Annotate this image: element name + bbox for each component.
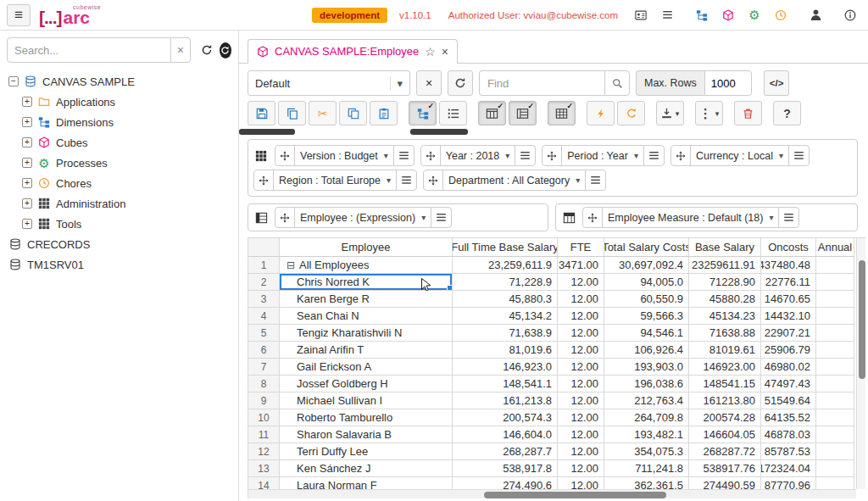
annual-cell[interactable] bbox=[816, 392, 854, 409]
tree-item[interactable]: CRECORDS bbox=[0, 234, 238, 254]
hierarchy-toggle[interactable] bbox=[409, 101, 437, 125]
total-salary-costs-cell[interactable]: 193,903.0 bbox=[604, 359, 689, 376]
employee-cell[interactable]: All Employees bbox=[280, 257, 453, 274]
base-salary-cell[interactable]: 161213.80 bbox=[689, 392, 761, 409]
annual-cell[interactable] bbox=[816, 257, 854, 274]
employee-cell[interactable]: Jossef Goldberg H bbox=[280, 376, 453, 392]
row-number[interactable]: 10 bbox=[248, 409, 280, 426]
total-salary-costs-cell[interactable]: 264,709.8 bbox=[604, 409, 689, 426]
paste-button[interactable] bbox=[370, 101, 398, 125]
row-number[interactable]: 5 bbox=[248, 325, 280, 342]
base-salary-cell[interactable]: 268287.72 bbox=[689, 443, 761, 460]
full-time-base-salary-cell[interactable]: 71,638.9 bbox=[453, 325, 558, 342]
row-number[interactable]: 11 bbox=[248, 426, 280, 443]
subset-editor-button[interactable] bbox=[431, 207, 452, 228]
employee-cell[interactable]: Ken Sánchez J bbox=[280, 460, 453, 477]
subset-editor-button[interactable] bbox=[515, 145, 536, 166]
expand-toggle-icon[interactable] bbox=[22, 198, 32, 209]
full-time-base-salary-cell[interactable]: 45,880.3 bbox=[453, 291, 558, 308]
fte-cell[interactable]: 12.00 bbox=[558, 426, 604, 443]
row-number[interactable]: 1 bbox=[248, 257, 280, 274]
annual-cell[interactable] bbox=[816, 409, 854, 426]
rows-area-toggle[interactable] bbox=[509, 101, 537, 125]
employee-cell[interactable]: Gail Erickson A bbox=[280, 359, 453, 376]
column-header-fte[interactable]: FTE bbox=[558, 238, 604, 257]
column-header-full-time-base-salary[interactable]: Full Time Base Salary bbox=[453, 238, 558, 257]
fte-cell[interactable]: 12.00 bbox=[558, 274, 604, 291]
row-number[interactable]: 2 bbox=[248, 274, 280, 291]
base-salary-cell[interactable]: 538917.76 bbox=[689, 460, 761, 477]
oncosts-cell[interactable]: 14432.10 bbox=[761, 308, 816, 325]
duplicate-button[interactable] bbox=[339, 101, 367, 125]
employee-cell[interactable]: Karen Berge R bbox=[280, 291, 453, 308]
annual-cell[interactable] bbox=[816, 460, 854, 477]
annual-cell[interactable] bbox=[816, 426, 854, 443]
tree-item[interactable]: Tools bbox=[0, 214, 238, 234]
dimension-element-select[interactable]: Period : Year bbox=[561, 145, 644, 166]
cut-button[interactable]: ✂ bbox=[309, 101, 337, 125]
employee-cell[interactable]: Tengiz Kharatishvili N bbox=[280, 325, 453, 342]
scrollbar-thumb[interactable] bbox=[859, 260, 865, 379]
dimension-element-select[interactable]: Region : Total Europe bbox=[273, 170, 397, 191]
export-button[interactable] bbox=[656, 101, 684, 125]
column-header-total-salary-costs[interactable]: Total Salary Costs bbox=[604, 238, 689, 257]
tree-item[interactable]: Chores bbox=[0, 173, 238, 193]
column-header-annual[interactable]: Annual bbox=[816, 238, 854, 257]
row-number[interactable]: 7 bbox=[248, 359, 280, 376]
fte-cell[interactable]: 12.00 bbox=[558, 342, 604, 359]
more-options-button[interactable]: ⋮ bbox=[695, 101, 723, 125]
annual-cell[interactable] bbox=[816, 359, 854, 376]
full-time-base-salary-cell[interactable]: 146,923.0 bbox=[453, 359, 558, 376]
help-button[interactable]: ? bbox=[773, 101, 801, 125]
move-handle-icon[interactable] bbox=[542, 145, 562, 166]
column-header-employee[interactable]: Employee bbox=[280, 238, 453, 257]
oncosts-cell[interactable]: 25906.79 bbox=[761, 342, 816, 359]
fte-cell[interactable]: 12.00 bbox=[558, 359, 604, 376]
move-handle-icon[interactable] bbox=[423, 170, 443, 191]
employee-cell[interactable]: Chris Norred K bbox=[280, 274, 453, 291]
full-time-base-salary-cell[interactable]: 200,574.3 bbox=[453, 409, 558, 426]
subset-editor-button[interactable] bbox=[788, 145, 810, 166]
dimension-element-select[interactable]: Version : Budget bbox=[294, 145, 394, 166]
refresh-tree-icon[interactable] bbox=[201, 44, 213, 56]
copy-button[interactable] bbox=[278, 101, 306, 125]
tab-close-icon[interactable]: × bbox=[442, 46, 448, 58]
base-salary-cell[interactable]: 45880.28 bbox=[689, 291, 761, 308]
base-salary-cell[interactable]: 45134.23 bbox=[689, 308, 761, 325]
move-handle-icon[interactable] bbox=[670, 145, 691, 166]
log-list-icon[interactable] bbox=[659, 8, 675, 23]
dimension-element-select[interactable]: Department : All Category bbox=[442, 170, 586, 191]
expand-toggle-icon[interactable] bbox=[22, 158, 32, 168]
fte-cell[interactable]: 12.00 bbox=[558, 308, 604, 325]
move-handle-icon[interactable] bbox=[582, 207, 603, 228]
row-number[interactable]: 4 bbox=[248, 308, 280, 325]
columns-area-toggle[interactable] bbox=[478, 101, 506, 125]
base-salary-cell[interactable]: 146604.05 bbox=[689, 426, 761, 443]
oncosts-cell[interactable]: 22907.21 bbox=[761, 325, 816, 342]
expand-toggle-icon[interactable] bbox=[22, 97, 32, 107]
full-time-base-salary-cell[interactable]: 23,259,611.9 bbox=[453, 257, 558, 274]
oncosts-cell[interactable]: 22776.11 bbox=[761, 274, 816, 291]
move-handle-icon[interactable] bbox=[420, 145, 441, 166]
cubes-icon[interactable] bbox=[721, 8, 736, 23]
oncosts-cell[interactable]: 51549.64 bbox=[761, 392, 816, 409]
list-view-toggle[interactable] bbox=[439, 101, 467, 125]
expand-toggle-icon[interactable] bbox=[22, 117, 32, 127]
favorite-star-icon[interactable]: ☆ bbox=[425, 46, 436, 58]
fte-cell[interactable]: 3471.00 bbox=[558, 257, 604, 274]
move-handle-icon[interactable] bbox=[275, 207, 295, 228]
oncosts-cell[interactable]: 172324.04 bbox=[761, 460, 816, 477]
subset-editor-button[interactable] bbox=[585, 170, 606, 191]
tree-item[interactable]: Cubes bbox=[0, 132, 238, 153]
annual-cell[interactable] bbox=[816, 443, 854, 460]
total-salary-costs-cell[interactable]: 94,005.0 bbox=[604, 274, 689, 291]
scrollbar-thumb[interactable] bbox=[484, 492, 666, 498]
code-view-button[interactable]: </> bbox=[764, 70, 790, 96]
account-icon[interactable] bbox=[808, 8, 823, 23]
dimension-element-select[interactable]: Employee : (Expression) bbox=[294, 207, 431, 228]
expand-toggle-icon[interactable] bbox=[22, 178, 32, 188]
clear-view-button[interactable]: × bbox=[416, 70, 442, 96]
dimension-element-select[interactable]: Employee Measure : Default (18) bbox=[602, 207, 779, 228]
find-search-button[interactable] bbox=[604, 70, 630, 96]
tree-item[interactable]: CANVAS SAMPLE bbox=[0, 71, 238, 92]
